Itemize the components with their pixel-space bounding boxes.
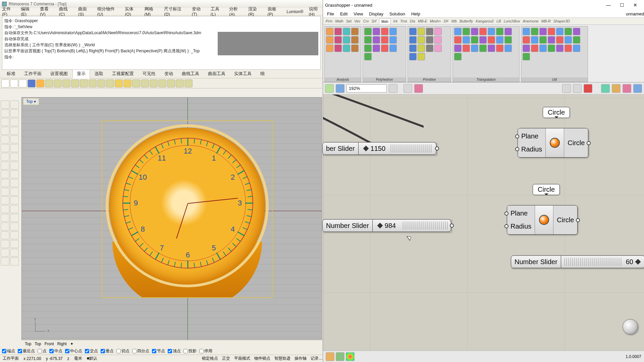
component-icon[interactable] <box>463 28 470 35</box>
component-icon[interactable] <box>418 45 425 52</box>
component-icon[interactable] <box>418 53 425 60</box>
toolbar-icon[interactable] <box>106 79 114 87</box>
status-toggle[interactable]: 智慧轨迹 <box>274 356 290 361</box>
component-icon[interactable] <box>373 45 380 52</box>
category-tab[interactable]: MB-E <box>418 19 427 23</box>
toolbar-icon[interactable] <box>54 79 62 87</box>
component-icon[interactable] <box>409 45 417 52</box>
toolbar-icon[interactable] <box>62 79 70 87</box>
output-circle[interactable]: Circle <box>557 216 574 224</box>
rhino-toolbar-tabs[interactable]: 标准工作平面设置视图显示选取工视窗配置可见性变动曲线工具曲面工具实体工具细 <box>0 70 323 78</box>
component-icon[interactable] <box>523 36 530 44</box>
gh-menubar[interactable]: FileEditViewDisplaySolutionHelpunnamed <box>323 10 644 17</box>
toolbar-icon[interactable] <box>123 79 131 87</box>
component-icon[interactable] <box>426 28 433 35</box>
zoom-field[interactable] <box>346 84 387 93</box>
rhino-command-history[interactable]: 指令: Grasshopper指令: '_SetView自动保存文件为 C:\U… <box>2 16 321 70</box>
rhino-view-tabs[interactable]: TopTopFrontRight✦ <box>21 340 323 347</box>
tool-icon[interactable] <box>10 257 19 265</box>
tool-icon[interactable] <box>1 101 9 109</box>
toolbar-icon[interactable] <box>97 79 105 87</box>
footer-icon[interactable] <box>346 352 355 361</box>
tool-icon[interactable] <box>1 196 9 204</box>
input-radius[interactable]: Radius <box>511 223 531 230</box>
toolbar-tab[interactable]: 工视窗配置 <box>108 70 138 78</box>
status-toggle[interactable]: 平面模式 <box>234 356 250 361</box>
status-toggle[interactable]: 物件锁点 <box>254 356 270 361</box>
tool-icon[interactable] <box>10 249 19 257</box>
rhino-osnap-bar[interactable]: 端点最近点点中点中心点交点垂点切点四分点节点顶点投影停用 <box>0 347 323 355</box>
menu-item[interactable]: Display <box>369 11 383 16</box>
category-tab[interactable]: Math <box>335 19 343 23</box>
toolbar-tab[interactable]: 显示 <box>72 69 90 78</box>
grip-icon[interactable] <box>450 224 454 228</box>
component-icon[interactable] <box>454 28 462 35</box>
toolbar-icon[interactable] <box>184 79 193 87</box>
preview-off-icon[interactable] <box>633 84 642 93</box>
output-circle[interactable]: Circle <box>568 139 585 147</box>
category-tab[interactable]: Butterfly <box>460 19 473 23</box>
preview-mesh-icon[interactable] <box>612 84 621 93</box>
component-icon[interactable] <box>389 36 397 44</box>
rhino-viewport[interactable]: Top ▾ 121234567891011 y x <box>21 97 322 345</box>
component-icon[interactable] <box>479 28 487 35</box>
panel-label-circle[interactable]: Circle <box>543 107 570 118</box>
menu-item[interactable]: File <box>327 11 334 16</box>
zoom-extents-icon[interactable] <box>389 84 397 93</box>
category-tab[interactable]: Prm <box>326 19 332 23</box>
tool-icon[interactable] <box>1 118 9 126</box>
osnap-checkbox[interactable] <box>132 349 137 353</box>
tool-icon[interactable] <box>1 214 9 222</box>
component-icon[interactable] <box>418 28 425 35</box>
number-slider[interactable]: ber Slider 1150 <box>322 142 436 155</box>
component-icon[interactable] <box>539 36 547 44</box>
component-icon[interactable] <box>479 45 487 52</box>
component-icon[interactable] <box>548 28 555 35</box>
component-icon[interactable] <box>326 45 333 52</box>
menu-item[interactable]: Help <box>411 11 420 16</box>
menu-item[interactable]: 面板(P) <box>268 6 281 17</box>
toolbar-tab[interactable]: 设置视图 <box>46 70 72 78</box>
component-icon[interactable] <box>523 28 530 35</box>
tool-icon[interactable] <box>1 257 9 265</box>
gh-component-shelf[interactable]: AnalysisPolyhedronPrimitiveTriangulation… <box>323 25 644 82</box>
shelf-label[interactable]: Polyhedron <box>363 77 406 82</box>
display-mode-icon[interactable] <box>562 84 571 93</box>
tool-icon[interactable] <box>10 109 19 117</box>
toolbar-icon[interactable] <box>71 79 79 87</box>
toolbar-icon[interactable] <box>150 79 158 87</box>
category-tab[interactable]: LB <box>496 19 501 23</box>
component-icon[interactable] <box>364 45 372 52</box>
component-icon[interactable] <box>334 36 342 44</box>
category-tab[interactable]: Trns <box>400 19 407 23</box>
shelf-label[interactable]: Triangulation <box>453 77 519 82</box>
menu-item[interactable]: 渲染(R) <box>248 6 262 17</box>
component-icon[interactable] <box>548 45 555 52</box>
number-slider[interactable]: Number Slider 984 <box>322 219 451 232</box>
component-icon[interactable] <box>343 45 350 52</box>
component-icon[interactable] <box>343 28 350 35</box>
menu-item[interactable]: View <box>354 11 363 16</box>
component-icon[interactable] <box>454 53 462 60</box>
tool-icon[interactable] <box>10 214 19 222</box>
component-icon[interactable] <box>463 45 470 52</box>
menu-item[interactable]: 说明(H) <box>309 6 323 17</box>
toolbar-tab[interactable]: 可见性 <box>139 70 160 78</box>
toolbar-tab[interactable]: 标准 <box>3 70 19 78</box>
category-tab[interactable]: Wb <box>451 19 457 23</box>
component-icon[interactable] <box>488 45 495 52</box>
grip-icon[interactable] <box>504 224 508 228</box>
tool-icon[interactable] <box>1 240 9 248</box>
component-icon[interactable] <box>434 28 442 35</box>
component-icon[interactable] <box>434 45 442 52</box>
preview-mesh-icon[interactable] <box>623 84 631 93</box>
component-icon[interactable] <box>539 45 547 52</box>
menu-item[interactable]: 文件(F) <box>2 6 15 17</box>
toolbar-icon[interactable] <box>80 79 88 87</box>
tool-icon[interactable] <box>1 162 9 170</box>
toolbar-tab[interactable]: 实体工具 <box>230 70 256 78</box>
component-icon[interactable] <box>565 28 572 35</box>
component-icon[interactable] <box>434 36 442 44</box>
component-icon[interactable] <box>373 28 380 35</box>
tool-icon[interactable] <box>10 144 19 152</box>
